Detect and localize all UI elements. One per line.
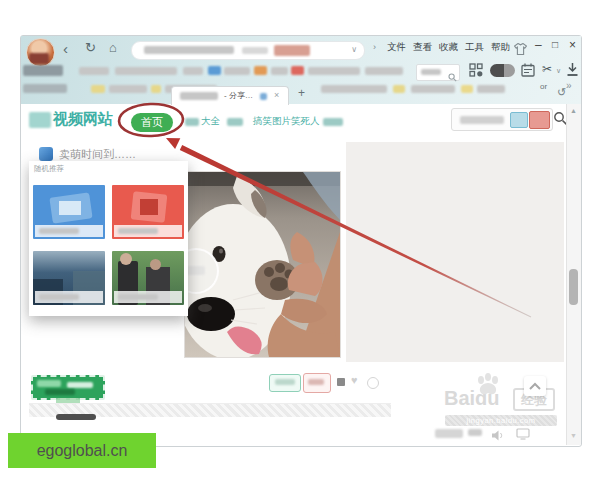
browser-chrome: ‹ ↻ ⌂ ∨ › 文件 查看 收藏 工具 帮助 – □ × xyxy=(21,36,581,104)
skin-theme-icon[interactable] xyxy=(514,41,527,59)
blurred-bookmark[interactable] xyxy=(79,67,109,75)
comment-icon[interactable] xyxy=(367,377,379,389)
vertical-scrollbar[interactable]: ▲ ▼ xyxy=(566,104,581,445)
screenshot-scissors-icon[interactable]: ✂ xyxy=(542,63,552,75)
blurred-footer-text xyxy=(435,429,463,438)
blurred-bookmark[interactable] xyxy=(271,67,288,75)
mode-toggle-icon[interactable] xyxy=(490,64,515,77)
paw-icon xyxy=(476,372,502,400)
back-icon[interactable]: ‹ xyxy=(63,41,68,56)
watermark-url-strip: jingyan.baidu.com xyxy=(445,415,557,426)
blurred-bookmark[interactable] xyxy=(254,66,267,75)
share-icon[interactable] xyxy=(337,378,345,386)
refresh-icon[interactable]: ↻ xyxy=(85,41,96,54)
blurred-bookmark[interactable] xyxy=(393,85,405,93)
action-button-green[interactable] xyxy=(269,374,301,392)
post-title: 卖萌时间到…… xyxy=(59,149,136,160)
download-icon[interactable] xyxy=(566,62,579,81)
nav-home-button[interactable]: 首页 xyxy=(131,113,173,132)
active-tab[interactable]: - 分享… × xyxy=(171,86,289,105)
menu-file[interactable]: 文件 xyxy=(387,42,406,52)
home-icon[interactable]: ⌂ xyxy=(109,41,117,54)
search-tag-blue[interactable] xyxy=(510,112,528,128)
recommend-popup: 随机推荐 xyxy=(29,161,188,316)
scroll-down-icon[interactable]: ▼ xyxy=(570,432,577,439)
user-avatar[interactable] xyxy=(26,38,55,67)
video-thumbnail[interactable] xyxy=(112,185,184,239)
bookmark-text-fragment: or xyxy=(540,83,547,91)
blurred-bookmark[interactable] xyxy=(151,85,161,93)
stamp-badge[interactable] xyxy=(31,375,105,400)
browser-window: ‹ ↻ ⌂ ∨ › 文件 查看 收藏 工具 帮助 – □ × xyxy=(20,35,582,447)
menu-chevron-icon[interactable]: › xyxy=(373,43,376,52)
nav-item-blur[interactable] xyxy=(185,118,199,126)
address-dropdown-caret[interactable]: ∨ xyxy=(351,46,357,54)
maximize-button[interactable]: □ xyxy=(552,40,558,50)
scroll-up-icon[interactable]: ▲ xyxy=(570,107,577,114)
source-watermark-text: egoglobal.cn xyxy=(37,442,128,460)
site-search-box[interactable] xyxy=(451,108,553,131)
chevron-up-icon xyxy=(528,381,542,391)
screenshot-canvas: ‹ ↻ ⌂ ∨ › 文件 查看 收藏 工具 帮助 – □ × xyxy=(0,0,600,480)
new-tab-button[interactable]: + xyxy=(298,87,305,99)
site-logo[interactable]: 视频网站 xyxy=(53,111,113,126)
content-background-panel xyxy=(346,142,564,362)
site-logo-blur xyxy=(29,112,51,128)
tab-close-icon[interactable]: × xyxy=(274,91,279,100)
display-icon[interactable] xyxy=(516,426,530,444)
nav-home-label: 首页 xyxy=(141,115,163,130)
blurred-footer-icon[interactable] xyxy=(468,429,482,436)
blurred-bookmark[interactable] xyxy=(23,84,67,93)
close-button[interactable]: × xyxy=(569,39,576,51)
address-bar[interactable]: ∨ xyxy=(131,41,365,60)
blurred-bookmark[interactable] xyxy=(477,85,505,93)
menu-view[interactable]: 查看 xyxy=(413,42,432,52)
blurred-bookmark[interactable] xyxy=(365,67,403,75)
back-to-top-button[interactable] xyxy=(524,376,546,396)
search-icon xyxy=(448,68,457,86)
menu-tools[interactable]: 工具 xyxy=(465,42,484,52)
restore-closed-tab-icon[interactable]: ↺ xyxy=(557,87,566,98)
menu-help[interactable]: 帮助 xyxy=(491,42,510,52)
site-viewport: 视频网站 首页 大全 搞笑图片笑死人 卖萌时间到…… xyxy=(21,104,566,445)
post-avatar-icon xyxy=(39,147,53,161)
bookmarks-overflow-icon[interactable]: » xyxy=(566,81,572,91)
blurred-bookmark[interactable] xyxy=(208,66,221,75)
minimize-button[interactable]: – xyxy=(535,39,542,51)
blurred-bookmark[interactable] xyxy=(411,85,455,93)
blurred-bookmark[interactable] xyxy=(109,85,147,93)
calendar-icon[interactable] xyxy=(521,63,535,81)
blurred-bookmark[interactable] xyxy=(321,85,387,93)
blurred-bookmark[interactable] xyxy=(115,67,177,75)
blurred-bookmark[interactable] xyxy=(224,67,250,75)
blurred-bookmark[interactable] xyxy=(23,65,63,76)
tab-title: - 分享… xyxy=(224,92,253,100)
scissors-caret-icon[interactable]: ∨ xyxy=(556,67,561,74)
nav-item-funny-pictures[interactable]: 搞笑图片笑死人 xyxy=(253,116,320,126)
blurred-bookmark[interactable] xyxy=(291,66,304,75)
source-watermark-label: egoglobal.cn xyxy=(8,433,156,468)
blurred-bookmark[interactable] xyxy=(308,67,360,75)
menu-favorites[interactable]: 收藏 xyxy=(439,42,458,52)
watermark-url: jingyan.baidu.com xyxy=(467,416,536,425)
search-icon[interactable] xyxy=(553,111,566,130)
blurred-bookmark[interactable] xyxy=(461,85,473,93)
blurred-bookmark[interactable] xyxy=(91,85,105,93)
video-thumbnail[interactable] xyxy=(33,185,105,239)
blurred-bookmark[interactable] xyxy=(183,67,203,75)
action-button-red[interactable] xyxy=(303,373,331,393)
apps-grid-icon[interactable] xyxy=(469,63,483,81)
speaker-icon[interactable] xyxy=(491,427,504,445)
nav-item-daquan[interactable]: 大全 xyxy=(201,116,220,126)
nav-item-blur[interactable] xyxy=(227,118,243,126)
like-heart-icon[interactable]: ♥ xyxy=(351,375,358,386)
search-tag-red[interactable] xyxy=(529,111,550,129)
scrollbar-thumb[interactable] xyxy=(569,269,578,305)
recommend-label: 随机推荐 xyxy=(34,165,64,173)
quick-search-input[interactable] xyxy=(416,64,460,81)
video-thumbnail[interactable] xyxy=(33,251,105,305)
video-thumbnail[interactable] xyxy=(112,251,184,305)
horizontal-scrollbar-thumb[interactable] xyxy=(56,414,96,420)
nav-item-blur[interactable] xyxy=(323,118,343,126)
